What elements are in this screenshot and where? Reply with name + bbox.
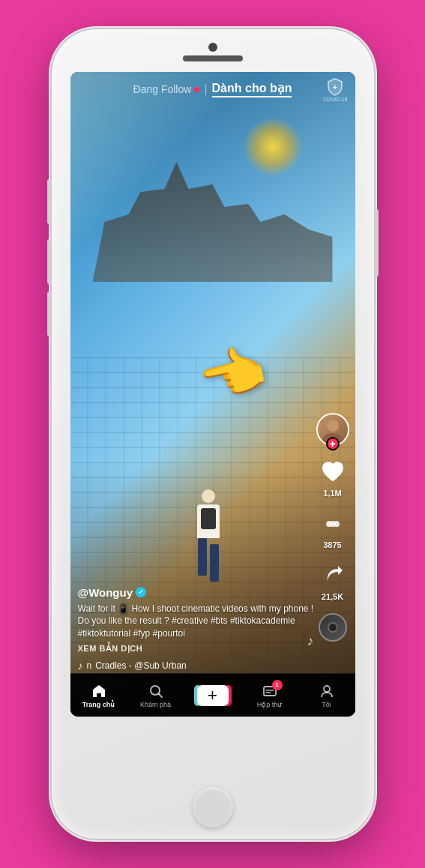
top-navigation: Đang Follow | Dành cho bạn + COVID-19 [70, 72, 355, 103]
home-icon [91, 683, 107, 699]
follow-plus-button[interactable]: + [326, 437, 340, 450]
creator-avatar[interactable]: + [316, 413, 349, 446]
like-count: 1,1M [323, 489, 341, 498]
foryou-tab[interactable]: Dành cho bạn [212, 81, 292, 97]
nav-add[interactable]: + [190, 685, 235, 706]
speaker [183, 55, 243, 61]
creator-username[interactable]: @Wonguy ✓ [78, 586, 314, 599]
comment-icon-wrap [319, 510, 347, 538]
person-silhouette [188, 477, 229, 582]
music-text: n [87, 660, 92, 671]
search-icon [148, 683, 164, 699]
right-sidebar: + 1,1M 3 [316, 413, 349, 642]
inbox-icon-wrap: 1 [262, 683, 278, 699]
svg-point-1 [327, 420, 339, 432]
music-artist: Cradles - @Sub Urban [95, 660, 187, 671]
following-tab[interactable]: Đang Follow [133, 83, 200, 95]
svg-point-5 [334, 521, 340, 527]
svg-line-7 [158, 693, 162, 697]
like-action[interactable]: 1,1M [319, 458, 347, 498]
foryou-label: Dành cho bạn [212, 82, 292, 94]
music-note-icon: ♪ [78, 660, 83, 672]
nav-inbox[interactable]: 1 Hộp thư [247, 683, 292, 708]
inbox-badge: 1 [272, 680, 283, 690]
covid-shield-icon: + [326, 77, 344, 97]
profile-label: Tôi [322, 701, 331, 708]
video-description: @Wonguy ✓ Wait for it 📱 How I shoot cine… [78, 586, 314, 672]
comment-count: 3875 [323, 540, 341, 549]
svg-point-9 [324, 686, 330, 692]
sun-glow [243, 117, 303, 177]
nav-profile[interactable]: Tôi [304, 683, 349, 708]
share-icon-wrap [319, 561, 347, 590]
add-button-inner: + [197, 685, 229, 706]
verified-badge: ✓ [136, 587, 146, 597]
music-info[interactable]: ♪ n Cradles - @Sub Urban [78, 660, 314, 672]
covid-button[interactable]: + COVID-19 [323, 77, 347, 102]
phone-frame: 👈 Đang Follow | Dành cho bạn + COVID-19 [52, 29, 374, 839]
heart-icon [320, 459, 346, 485]
music-disc-inner [328, 622, 338, 633]
search-svg [148, 684, 163, 699]
comment-action[interactable]: 3875 [319, 510, 347, 549]
covid-label: COVID-19 [323, 97, 347, 102]
add-label: + [208, 687, 217, 704]
share-count: 21,5K [322, 592, 343, 601]
nav-explore[interactable]: Khám phá [133, 683, 178, 708]
following-label: Đang Follow [133, 83, 192, 95]
home-label: Trang chủ [82, 701, 115, 708]
music-disc[interactable] [319, 613, 347, 642]
video-caption: Wait for it 📱 How I shoot cinematic vide… [78, 603, 314, 640]
comment-icon [320, 511, 346, 537]
svg-text:+: + [333, 83, 337, 91]
camera-dot [208, 43, 217, 52]
live-dot [194, 87, 199, 92]
nav-home[interactable]: Trang chủ [76, 683, 121, 708]
share-action[interactable]: 21,5K [319, 561, 347, 601]
share-icon [320, 563, 346, 588]
home-button[interactable] [193, 787, 233, 828]
home-svg [91, 684, 106, 699]
profile-icon [319, 683, 335, 699]
bottom-navigation: Trang chủ Khám phá + [70, 673, 355, 717]
screen: 👈 Đang Follow | Dành cho bạn + COVID-19 [70, 72, 355, 717]
add-button[interactable]: + [197, 685, 229, 706]
nav-divider: | [204, 82, 207, 96]
username-text: @Wonguy [78, 586, 133, 599]
like-icon-wrap [319, 458, 347, 486]
inbox-label: Hộp thư [257, 701, 283, 708]
profile-svg [319, 684, 334, 699]
translate-button[interactable]: XEM BẢN DỊCH [78, 644, 314, 654]
explore-label: Khám phá [140, 701, 171, 708]
